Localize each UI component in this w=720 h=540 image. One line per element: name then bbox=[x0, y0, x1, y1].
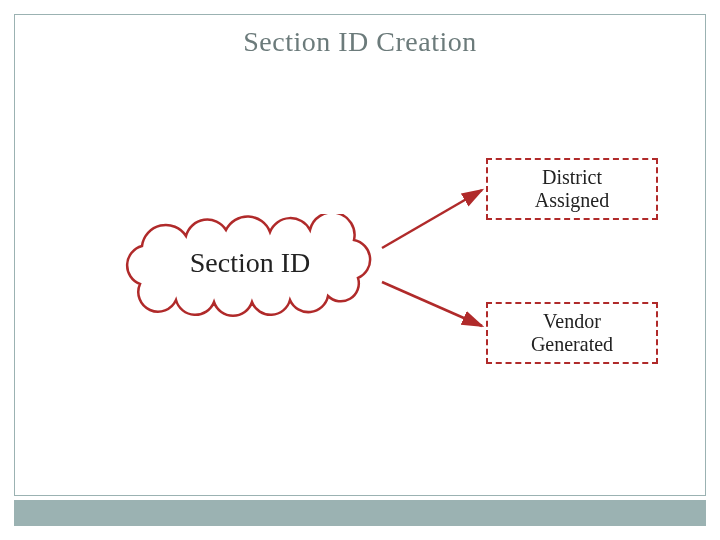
box-vendor-generated: VendorGenerated bbox=[486, 302, 658, 364]
footer-bar bbox=[14, 500, 706, 526]
slide-title: Section ID Creation bbox=[0, 26, 720, 58]
cloud-node: Section ID bbox=[110, 214, 390, 318]
slide: Section ID Creation Section ID DistrictA… bbox=[0, 0, 720, 540]
box-label: VendorGenerated bbox=[531, 310, 613, 356]
box-label: DistrictAssigned bbox=[535, 166, 609, 212]
cloud-label: Section ID bbox=[110, 214, 390, 318]
box-district-assigned: DistrictAssigned bbox=[486, 158, 658, 220]
